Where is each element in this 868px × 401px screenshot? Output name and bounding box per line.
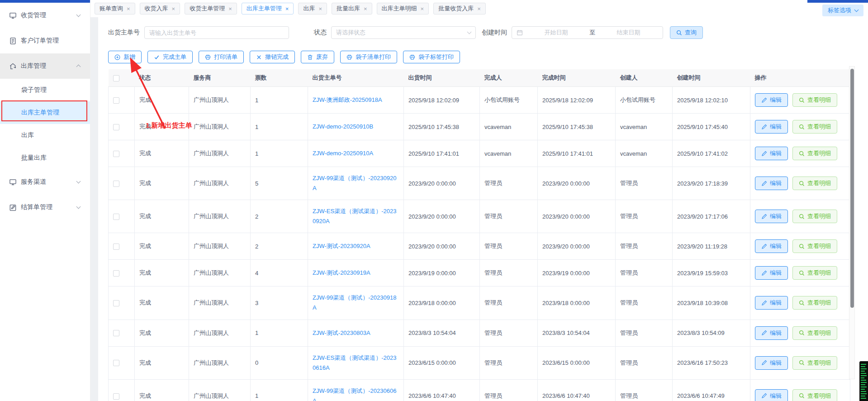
order-link[interactable]: ZJW-测试-20230919A — [313, 269, 370, 276]
view-detail-button[interactable]: 查看明细 — [792, 120, 837, 134]
sidebar-subitem-bag-mgmt[interactable]: 袋子管理 — [0, 79, 90, 101]
edit-button[interactable]: 编辑 — [755, 147, 788, 160]
select-all-checkbox[interactable] — [113, 75, 119, 81]
row-checkbox[interactable] — [113, 243, 119, 250]
edit-button[interactable]: 编辑 — [755, 296, 788, 310]
edit-button[interactable]: 编辑 — [755, 326, 788, 340]
sidebar-item-service-channel[interactable]: 服务渠道 — [0, 169, 90, 195]
tab-outbound-master-detail[interactable]: 出库主单明细× — [377, 3, 429, 14]
order-link[interactable]: ZJW-ES渠道（测试渠道）-20230616A — [313, 354, 396, 371]
end-date-placeholder: 结束日期 — [599, 29, 658, 37]
filter-bar: 出货主单号 状态 请选择状态 创建时间 开始日期 至 结束日期 — [108, 26, 868, 39]
table-cell-created-by: vcaveman — [616, 114, 673, 140]
discard-button[interactable]: 废弃 — [301, 51, 334, 63]
row-checkbox[interactable] — [113, 300, 119, 306]
edit-button[interactable]: 编辑 — [755, 389, 788, 401]
query-button[interactable]: 查询 — [670, 26, 703, 39]
order-link[interactable]: ZJW-99渠道（测试）-20230918A — [313, 294, 396, 311]
bag-label-print-button[interactable]: 袋子标签打印 — [403, 51, 460, 63]
edit-button[interactable]: 编辑 — [755, 210, 788, 223]
edit-button[interactable]: 编辑 — [755, 120, 788, 134]
tab-close-icon[interactable]: × — [172, 6, 175, 12]
order-link[interactable]: ZJW-demo-20250910B — [313, 123, 373, 130]
table-row: 完成广州山顶洞人1ZJW-澳洲邮政-20250918A2025/9/18 12:… — [109, 87, 850, 114]
order-link[interactable]: ZJW-demo-20250910A — [313, 150, 373, 157]
sidebar-subitem-batch-outbound[interactable]: 批量出库 — [0, 147, 90, 169]
tab-close-icon[interactable]: × — [477, 6, 481, 12]
tab-close-icon[interactable]: × — [127, 6, 130, 12]
edit-button[interactable]: 编辑 — [755, 93, 788, 107]
tab-close-icon[interactable]: × — [228, 6, 232, 12]
order-link[interactable]: ZJW-澳洲邮政-20250918A — [313, 96, 382, 103]
row-checkbox[interactable] — [113, 97, 119, 104]
view-detail-button[interactable]: 查看明细 — [792, 266, 837, 280]
edit-button[interactable]: 编辑 — [755, 356, 788, 370]
view-detail-button[interactable]: 查看明细 — [792, 239, 837, 253]
tab-outbound-master-mgmt[interactable]: 出库主单管理× — [242, 3, 294, 14]
tab-receive-master-mgmt[interactable]: 收货主单管理× — [185, 3, 237, 14]
row-checkbox[interactable] — [113, 393, 119, 400]
order-link[interactable]: ZJW-99渠道（测试）-20230606A — [313, 387, 396, 401]
row-checkbox[interactable] — [113, 330, 119, 336]
table-cell-count: 1 — [251, 140, 308, 167]
tab-receive-inbound[interactable]: 收货入库× — [140, 3, 180, 14]
created-date-range-picker[interactable]: 开始日期 至 结束日期 — [512, 26, 663, 39]
magnifier-icon — [799, 181, 805, 186]
row-checkbox[interactable] — [113, 151, 119, 157]
sidebar-subitem-outbound-master-mgmt[interactable]: 出库主单管理 — [0, 101, 90, 124]
add-button[interactable]: 新增 — [108, 51, 142, 63]
view-detail-button[interactable]: 查看明细 — [792, 326, 837, 340]
range-separator: 至 — [589, 29, 595, 37]
app-root: 收货管理客户订单管理出库管理袋子管理出库主单管理出库批量出库服务渠道结算单管理 … — [0, 0, 868, 401]
view-detail-button[interactable]: 查看明细 — [792, 356, 837, 370]
view-detail-button[interactable]: 查看明细 — [792, 147, 837, 160]
tab-batch-receive-inbound[interactable]: 批量收货入库× — [433, 3, 486, 14]
order-link[interactable]: ZJW-测试-20230803A — [313, 329, 370, 336]
status-select[interactable]: 请选择状态 — [331, 26, 476, 39]
edit-button[interactable]: 编辑 — [755, 177, 788, 190]
tab-close-icon[interactable]: × — [364, 6, 367, 12]
tab-close-icon[interactable]: × — [318, 6, 322, 12]
sidebar-subitem-outbound[interactable]: 出库 — [0, 124, 90, 147]
vertical-scrollbar-thumb[interactable] — [850, 69, 854, 308]
row-checkbox[interactable] — [113, 360, 119, 366]
table-cell-provider: 广州山顶洞人 — [189, 114, 251, 140]
edit-button[interactable]: 编辑 — [755, 266, 788, 280]
tab-batch-outbound[interactable]: 批量出库× — [332, 3, 372, 14]
tab-outbound[interactable]: 出库× — [298, 3, 327, 14]
undo-complete-button[interactable]: 撤销完成 — [250, 51, 295, 63]
sidebar-item-outbound-mgmt[interactable]: 出库管理 — [0, 53, 90, 79]
edit-button[interactable]: 编辑 — [755, 239, 788, 253]
order-link[interactable]: ZJW-99渠道（测试）-20230920A — [313, 175, 396, 191]
vertical-scrollbar-track — [849, 66, 855, 379]
view-detail-button[interactable]: 查看明细 — [792, 389, 837, 401]
view-detail-button[interactable]: 查看明细 — [792, 177, 837, 190]
sidebar-item-customer-order-mgmt[interactable]: 客户订单管理 — [0, 28, 90, 53]
view-detail-button[interactable]: 查看明细 — [792, 93, 837, 107]
sidebar-item-receive-mgmt[interactable]: 收货管理 — [0, 3, 90, 28]
tab-bill-query[interactable]: 账单查询× — [95, 3, 135, 14]
tab-close-icon[interactable]: × — [421, 6, 424, 12]
order-link[interactable]: ZJW-ES渠道（测试渠道）-20230920A — [313, 208, 396, 224]
order-link[interactable]: ZJW-测试-20230920A — [313, 243, 370, 249]
row-checkbox[interactable] — [113, 214, 119, 220]
complete-master-button[interactable]: 完成主单 — [147, 51, 193, 63]
view-detail-button[interactable]: 查看明细 — [792, 296, 837, 310]
column-header: 完成时间 — [538, 69, 616, 87]
row-checkbox[interactable] — [113, 181, 119, 187]
trash-icon — [307, 54, 313, 60]
sidebar-subitem-label: 出库主单管理 — [21, 109, 59, 117]
table-cell-finished-by: vcaveman — [480, 114, 538, 140]
order-no-input[interactable] — [144, 26, 289, 39]
bag-list-print-button[interactable]: 袋子清单打印 — [340, 51, 397, 63]
sidebar-item-label: 收货管理 — [21, 11, 46, 19]
sidebar-item-settlement-mgmt[interactable]: 结算单管理 — [0, 195, 90, 220]
table-row: 完成广州山顶洞人0ZJW-ES渠道（测试渠道）-20230616A2023/6/… — [109, 346, 850, 379]
tag-options-button[interactable]: 标签选项 — [822, 5, 863, 16]
view-detail-button[interactable]: 查看明细 — [792, 210, 837, 223]
status-placeholder: 请选择状态 — [336, 29, 365, 37]
row-checkbox[interactable] — [113, 124, 119, 130]
row-checkbox[interactable] — [113, 270, 119, 277]
tab-close-icon[interactable]: × — [285, 6, 289, 12]
print-list-button[interactable]: 打印清单 — [199, 51, 244, 63]
